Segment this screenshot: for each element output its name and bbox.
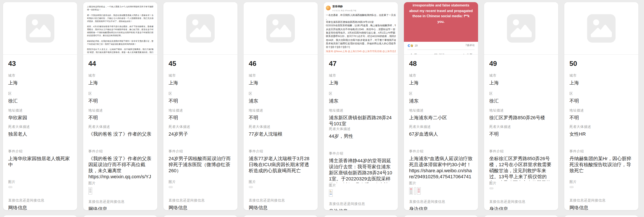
field-label: 死者大体描述 bbox=[8, 124, 72, 129]
field-direct: 直接信息还是间接信息网络信息 bbox=[8, 198, 72, 210]
case-card-43[interactable]: 43城市上海区徐汇地址描述华欣家园死者大体描述独居老人事件介绍上海华欣家园独居老… bbox=[3, 2, 77, 210]
field-image: 图片 bbox=[329, 183, 393, 202]
field-value: 《我的爸爸 没了》作者的父亲 bbox=[88, 131, 152, 137]
card-body: 44城市上海区不明地址描述不明死者大体描述《我的爸爸 没了》作者的父亲事件介绍《… bbox=[83, 55, 157, 210]
field-label: 图片 bbox=[409, 181, 473, 186]
field-event: 事件介绍坐标徐汇区罗秀路850弄26号楼，12号在小区群里求救需要硝酸甘油，没见… bbox=[489, 149, 553, 181]
field-direct: 直接信息还是间接信息网络信息 bbox=[88, 199, 152, 210]
field-image: 图片 bbox=[570, 180, 633, 198]
card-body: 49城市上海区徐汇地址描述徐汇区罗秀路850弄26号楼死者大体描述不明事件介绍坐… bbox=[484, 55, 558, 210]
field-deceased: 死者大体描述67岁血透病人 bbox=[409, 124, 473, 149]
next-row-card[interactable] bbox=[404, 215, 478, 217]
field-value: 网络信息 bbox=[570, 205, 633, 210]
article-paragraph: 人都没有这样的机会，一个病人需要几十个人的同时帮助和关怀才有可能获得一丝的机会！ bbox=[87, 5, 154, 11]
field-label: 事件介绍 bbox=[409, 149, 473, 154]
weibo-post-header: 茶香禅静4-2 02:31 来自 iPhone客户端 bbox=[326, 5, 396, 11]
comments-count-link[interactable]: 7条评论 bbox=[465, 43, 474, 47]
field-label: 事件介绍 bbox=[489, 149, 553, 154]
field-city: 城市上海 bbox=[489, 73, 553, 91]
next-row-card[interactable] bbox=[163, 215, 238, 217]
case-card-50[interactable]: 50城市上海区不明地址描述不明死者大体描述女性HR事件介绍丹纳赫集团的某Hr，因… bbox=[564, 2, 638, 210]
case-card-49[interactable]: 49城市上海区徐汇地址描述徐汇区罗秀路850弄26号楼死者大体描述不明事件介绍坐… bbox=[484, 2, 558, 210]
field-label: 图片 bbox=[329, 183, 393, 188]
field-label: 城市 bbox=[168, 73, 232, 78]
field-value: 上海 bbox=[249, 80, 312, 86]
next-row-card[interactable] bbox=[324, 215, 398, 217]
weibo-text-line: 一名志愿者，昨日我投入路浦西核酸检测的队伍，但是累了一天后晚上接 bbox=[326, 13, 396, 17]
image-placeholder-icon bbox=[266, 14, 295, 42]
card-grid: 43城市上海区徐汇地址描述华欣家园死者大体描述独居老人事件介绍上海华欣家园独居老… bbox=[0, 0, 644, 210]
weibo-timestamp: 4-2 02:31 来自 iPhone客户端 bbox=[332, 9, 356, 11]
case-number: 46 bbox=[249, 60, 312, 68]
article-preview: 人都没有这样的机会，一个病人需要几十个人的同时帮助和关怀才有可能获得一丝的机会！… bbox=[83, 2, 157, 55]
image-thumbnail bbox=[329, 190, 333, 197]
field-label: 城市 bbox=[489, 73, 553, 78]
field-city: 城市上海 bbox=[8, 73, 72, 91]
field-label: 图片 bbox=[168, 180, 232, 184]
image-placeholder-icon bbox=[26, 14, 54, 42]
field-direct: 直接信息还是间接信息身边信息 bbox=[329, 202, 393, 210]
field-district: 区徐汇 bbox=[489, 91, 553, 108]
image-thumbnails bbox=[329, 190, 393, 197]
action-label: 赞 bbox=[414, 53, 417, 55]
field-district: 区浦东 bbox=[329, 91, 393, 108]
case-card-48[interactable]: irresponsible and false statements about… bbox=[404, 2, 478, 210]
field-direct: 直接信息还是间接信息网络信息 bbox=[570, 198, 633, 210]
field-event: 事件介绍上海浦东*血透病人延误治疗致死且遗体滞留家中约30小时！ https:/… bbox=[409, 149, 473, 181]
case-card-46[interactable]: 46城市上海区浦东地址描述不明死者大体描述77岁老人沈瑞根事件介绍浦东77岁老人… bbox=[244, 2, 318, 210]
next-row-card[interactable] bbox=[244, 215, 318, 217]
field-value: 网络信息 bbox=[8, 205, 72, 210]
case-number: 49 bbox=[489, 60, 553, 68]
card-body: 46城市上海区浦东地址描述不明死者大体描述77岁老人沈瑞根事件介绍浦东77岁老人… bbox=[244, 55, 318, 210]
field-address: 地址描述徐汇区罗秀路850弄26号楼 bbox=[489, 108, 553, 124]
share-button[interactable]: 分享 bbox=[462, 53, 472, 55]
case-card-45[interactable]: 45城市上海区不明地址描述不明死者大体描述24岁男子事件介绍24岁男子因核酸而延… bbox=[163, 2, 238, 210]
card-body: 43城市上海区徐汇地址描述华欣家园死者大体描述独居老人事件介绍上海华欣家园独居老… bbox=[3, 55, 77, 210]
next-row-card[interactable] bbox=[3, 215, 77, 217]
field-city: 城市上海 bbox=[329, 73, 393, 91]
field-label: 直接信息还是间接信息 bbox=[88, 199, 152, 204]
field-label: 区 bbox=[249, 91, 312, 96]
field-label: 城市 bbox=[409, 73, 473, 78]
field-label: 地址描述 bbox=[168, 108, 232, 113]
weibo-avatar bbox=[326, 6, 330, 10]
next-row-card[interactable] bbox=[564, 215, 638, 217]
field-city: 城市上海 bbox=[168, 73, 232, 91]
field-deceased: 死者大体描述女性HR bbox=[570, 124, 633, 149]
field-event: 事件介绍《我的爸爸 没了》作者的父亲因延误治疗而不得不高位截肢，未久遍离世 ht… bbox=[88, 149, 152, 181]
next-row-card[interactable] bbox=[83, 215, 157, 217]
next-row-card[interactable] bbox=[484, 215, 558, 217]
case-card-47[interactable]: 茶香禅静4-2 02:31 来自 iPhone客户端一名志愿者，昨日我投入路浦西… bbox=[324, 2, 398, 210]
weibo-text-line: 恳求相关部门能帮忙处理好后续问题，并做好两位老人的心理疏导，给予 bbox=[326, 42, 396, 45]
image-thumbnail bbox=[168, 186, 173, 188]
facebook-post-preview: irresponsible and false statements about… bbox=[404, 2, 478, 55]
case-card-44[interactable]: 人都没有这样的机会，一个病人需要几十个人的同时帮助和关怀才有可能获得一丝的机会！… bbox=[83, 2, 157, 210]
weibo-text-line: 从这天开始我大伯不停地电话12345，疾控中心，居委转运车一直不来。永 bbox=[326, 27, 396, 31]
like-button[interactable]: 赞 bbox=[410, 53, 417, 55]
case-number: 45 bbox=[168, 60, 232, 68]
field-deceased: 死者大体描述《我的爸爸 没了》作者的父亲 bbox=[88, 124, 152, 149]
field-value: 67岁血透病人 bbox=[409, 131, 473, 137]
post-reactions-row: 197条评论 bbox=[404, 42, 478, 48]
field-district: 区浦东 bbox=[249, 91, 312, 108]
card-body: 47城市上海区浦东地址描述浦东新区唐镇创新西路28弄24号101室死者大体描述4… bbox=[324, 55, 398, 210]
field-label: 图片 bbox=[489, 181, 553, 186]
field-value: 浦东 bbox=[249, 98, 312, 104]
comment-button[interactable]: 评论 bbox=[434, 53, 445, 55]
like-icon bbox=[410, 53, 413, 55]
field-label: 图片 bbox=[88, 181, 152, 186]
like-reaction-icon bbox=[407, 44, 411, 47]
field-event: 事件介绍24岁男子因核酸而延误治疗而猝死于浦东医院（微博@红茶260） bbox=[168, 149, 232, 180]
field-label: 地址描述 bbox=[489, 108, 553, 113]
case-number: 44 bbox=[88, 60, 152, 68]
field-district: 区不明 bbox=[570, 91, 633, 108]
field-district: 区不明 bbox=[168, 91, 232, 108]
reaction-count: 19 bbox=[415, 44, 418, 47]
field-address: 地址描述浦东新区唐镇创新西路28弄24号101室 bbox=[329, 108, 393, 127]
field-value: 徐汇 bbox=[8, 98, 72, 104]
field-label: 死者大体描述 bbox=[329, 127, 393, 131]
field-city: 城市上海 bbox=[88, 73, 152, 91]
field-value: 不明 bbox=[168, 115, 232, 121]
field-value: 77岁老人沈瑞根 bbox=[249, 131, 312, 137]
field-label: 直接信息还是间接信息 bbox=[409, 199, 473, 204]
